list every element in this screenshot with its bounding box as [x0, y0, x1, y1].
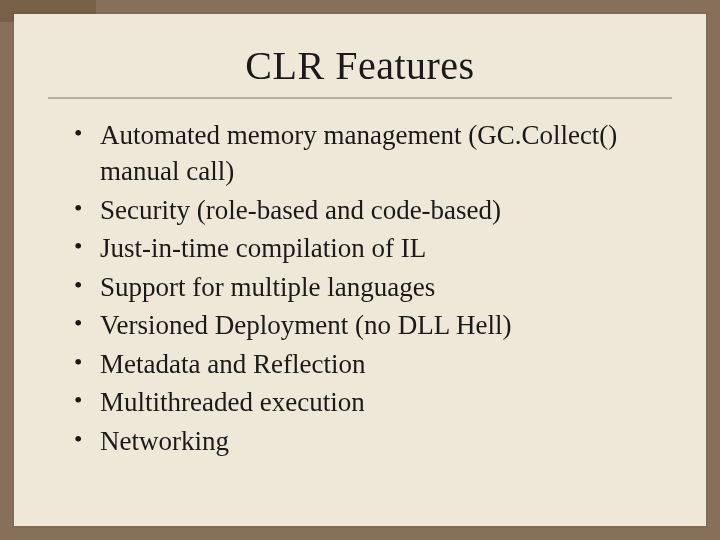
list-item: Security (role-based and code-based) — [100, 192, 666, 228]
list-item: Versioned Deployment (no DLL Hell) — [100, 307, 666, 343]
list-item: Just-in-time compilation of IL — [100, 230, 666, 266]
list-item: Automated memory management (GC.Collect(… — [100, 117, 666, 190]
list-item: Support for multiple languages — [100, 269, 666, 305]
title-underline — [48, 97, 672, 99]
list-item: Networking — [100, 423, 666, 459]
bullet-list: Automated memory management (GC.Collect(… — [14, 117, 706, 459]
slide-title: CLR Features — [54, 42, 666, 89]
list-item: Metadata and Reflection — [100, 346, 666, 382]
slide: CLR Features Automated memory management… — [14, 14, 706, 526]
list-item: Multithreaded execution — [100, 384, 666, 420]
